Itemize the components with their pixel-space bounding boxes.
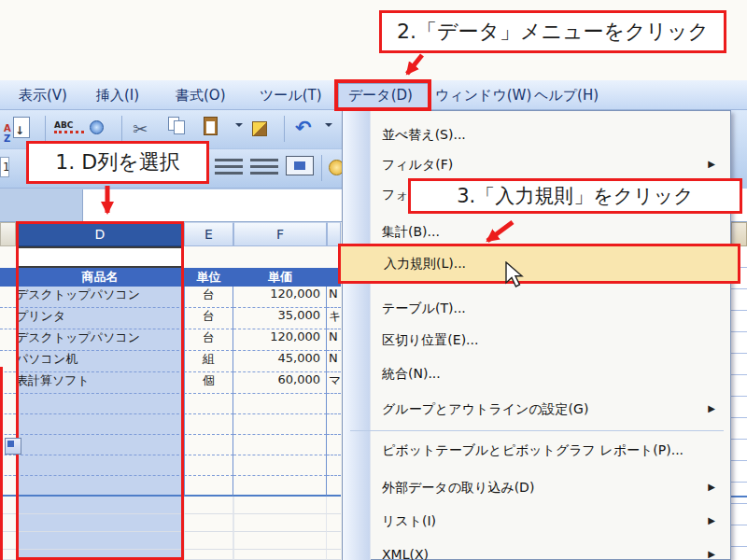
menu-format[interactable]: 書式(O)	[176, 80, 226, 110]
header-price[interactable]: 単価	[233, 268, 327, 287]
menu-item-subtotal[interactable]: 集計(B)...	[343, 217, 730, 245]
spell-check-abc-icon[interactable]: ABC	[54, 117, 84, 141]
paste-dropdown-icon[interactable]	[235, 123, 243, 131]
cell-partial: マ	[327, 372, 341, 394]
undo-icon[interactable]: ↶	[295, 117, 319, 141]
cell-price: 45,000	[233, 351, 327, 372]
research-icon[interactable]	[90, 117, 114, 141]
menu-window[interactable]: ウィンドウ(W)	[435, 80, 531, 110]
cell-price: 60,000	[233, 372, 327, 394]
cell-partial: キ	[327, 308, 341, 329]
cell-price: 120,000	[233, 329, 327, 351]
toolbar-separator	[321, 155, 322, 181]
callout-step2: 2.「データ」メニューをクリック	[379, 10, 726, 53]
menu-insert[interactable]: 挿入(I)	[96, 80, 139, 110]
menu-view[interactable]: 表示(V)	[19, 80, 67, 110]
paste-icon[interactable]	[204, 117, 228, 141]
pivot-table-icon	[5, 438, 21, 455]
arrow-step2	[407, 55, 422, 74]
font-size-box-partial[interactable]: 1	[0, 157, 9, 177]
menu-item-consolidate[interactable]: 統合(N)...	[343, 359, 730, 387]
menu-item-group-outline[interactable]: グループとアウトラインの設定(G)	[343, 395, 730, 423]
cell-unit: 台	[184, 329, 233, 351]
header-unit[interactable]: 単位	[184, 268, 233, 287]
left-edge-annotation-line	[0, 367, 3, 560]
cell-price: 120,000	[233, 287, 327, 308]
data-menu-annotation-box	[334, 79, 431, 111]
menu-item-validation-highlighted[interactable]: 入力規則(L)...	[338, 244, 740, 284]
cell-partial: N	[327, 351, 341, 372]
menu-tools[interactable]: ツール(T)	[260, 80, 322, 110]
menu-item-text-to-columns[interactable]: 区切り位置(E)...	[343, 326, 730, 354]
cell-unit: 台	[184, 287, 233, 308]
menu-item-sort[interactable]: 並べ替え(S)...	[343, 120, 730, 148]
copy-icon[interactable]	[168, 117, 192, 141]
menu-item-list[interactable]: リスト(I)	[343, 507, 730, 535]
menu-separator	[350, 430, 724, 431]
align-right-icon[interactable]	[250, 156, 280, 180]
menu-item-table[interactable]: テーブル(T)...	[343, 294, 730, 322]
cut-icon[interactable]: ✂	[133, 117, 157, 141]
screenshot-stage: 表示(V) 挿入(I) 書式(O) ツール(T) データ(D) ウィンドウ(W)…	[0, 0, 747, 560]
menu-item-pivot-table[interactable]: ピボットテーブルとピボットグラフ レポート(P)...	[343, 436, 730, 464]
format-painter-icon[interactable]	[252, 117, 276, 141]
column-header-F[interactable]: F	[233, 222, 327, 246]
cell-partial: N	[327, 329, 341, 351]
merge-center-icon[interactable]	[286, 156, 317, 180]
cell-partial: N	[327, 287, 341, 308]
menu-help[interactable]: ヘルプ(H)	[534, 80, 599, 110]
toolbar-separator	[121, 116, 122, 142]
toolbar-separator	[45, 116, 46, 142]
align-center-icon[interactable]	[215, 156, 245, 180]
cell-unit: 個	[184, 372, 233, 394]
menu-item-filter[interactable]: フィルタ(F)	[343, 150, 730, 178]
toolbar-separator	[284, 116, 285, 142]
column-header-E[interactable]: E	[184, 222, 233, 246]
callout-step1: 1. D列を選択	[26, 141, 209, 184]
menu-item-xml[interactable]: XML(X)	[343, 540, 730, 560]
cell-price: 35,000	[233, 308, 327, 329]
menu-item-import-external-data[interactable]: 外部データの取り込み(D)	[343, 473, 730, 501]
column-d-selection-annotation	[16, 221, 184, 560]
column-header-partial[interactable]	[0, 222, 16, 246]
callout-step3: 3.「入力規則」をクリック	[408, 178, 742, 214]
cell-unit: 組	[184, 351, 233, 372]
sort-az-icon: AZ↓	[4, 123, 24, 146]
cell-unit: 台	[184, 308, 233, 329]
formula-input[interactable]	[82, 189, 342, 221]
undo-dropdown-icon[interactable]	[325, 123, 332, 131]
